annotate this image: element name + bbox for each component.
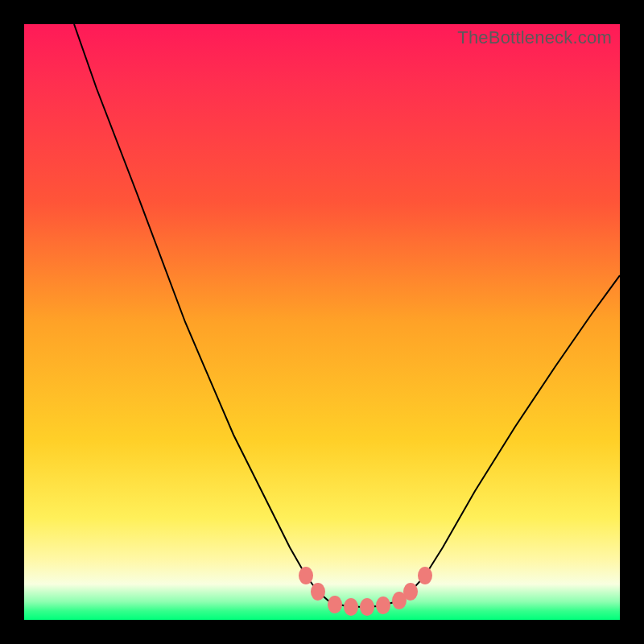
curve-marker	[376, 597, 390, 614]
curve-marker	[344, 598, 358, 616]
marker-group	[299, 567, 432, 616]
curve-marker	[418, 567, 432, 584]
bottleneck-curve	[74, 24, 620, 607]
curve-marker	[360, 598, 374, 616]
curve-marker	[403, 583, 418, 601]
curve-marker	[299, 567, 313, 584]
curve-layer	[24, 24, 620, 620]
chart-frame: TheBottleneck.com	[0, 0, 644, 644]
curve-marker	[311, 583, 325, 601]
curve-marker	[328, 596, 342, 613]
plot-area: TheBottleneck.com	[24, 24, 620, 620]
